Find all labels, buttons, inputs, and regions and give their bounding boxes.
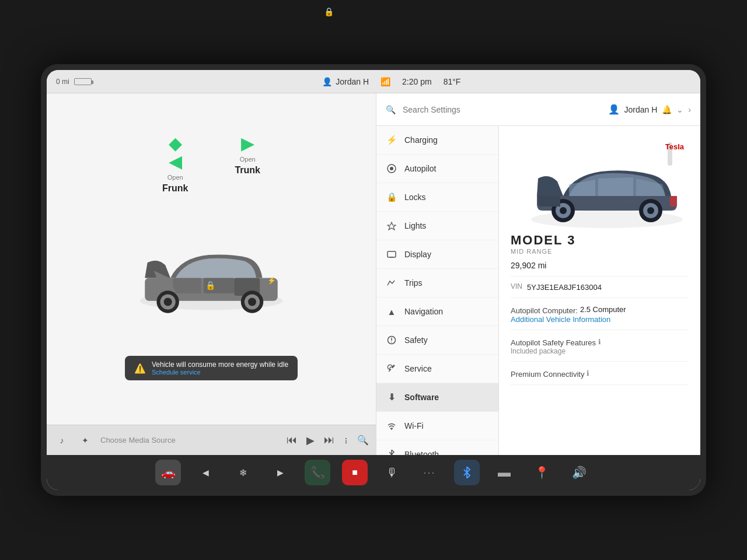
charging-label: Charging xyxy=(404,135,438,145)
alert-text-container: Vehicle will consume more energy while i… xyxy=(152,360,288,376)
taskbar-temp-center-button[interactable]: ❄ xyxy=(230,460,256,485)
trunk-open-label: Open xyxy=(240,156,256,163)
status-temp: 81°F xyxy=(444,77,461,86)
svg-text:⚡: ⚡ xyxy=(267,276,277,285)
play-button[interactable]: ▶ xyxy=(306,434,315,447)
car-visualization: 🔒 ⚡ xyxy=(130,217,293,334)
chevron-down-icon[interactable]: ⌄ xyxy=(676,105,683,114)
prev-track-button[interactable]: ⏮ xyxy=(287,434,297,446)
star-icon: ✦ xyxy=(77,432,93,449)
taskbar-more-button[interactable]: ··· xyxy=(417,460,442,485)
status-center: 👤 Jordan H 📶 2:20 pm 81°F xyxy=(92,76,691,87)
trunk-name-label: Trunk xyxy=(235,165,260,176)
trips-label: Trips xyxy=(404,278,423,288)
service-icon xyxy=(386,363,397,374)
taskbar-bluetooth-button[interactable] xyxy=(454,460,480,485)
menu-item-locks[interactable]: 🔒 Locks xyxy=(376,183,498,212)
wifi-label: Wi-Fi xyxy=(404,421,424,430)
status-time: 2:20 pm xyxy=(402,77,432,86)
frunk-arrow-icon: ◆ xyxy=(169,133,182,153)
taskbar-voice-button[interactable]: 🎙 xyxy=(379,460,405,485)
menu-item-autopilot[interactable]: Autopilot xyxy=(376,155,498,183)
user-header-info: 👤 Jordan H 🔔 ⌄ › xyxy=(608,104,691,115)
chevron-right-icon[interactable]: › xyxy=(688,105,691,114)
next-track-button[interactable]: ⏭ xyxy=(324,434,334,446)
search-media-button[interactable]: 🔍 xyxy=(357,435,369,446)
premium-connectivity-help-icon[interactable]: ℹ xyxy=(587,369,589,377)
menu-item-trips[interactable]: Trips xyxy=(376,269,498,298)
lights-label: Lights xyxy=(404,221,426,230)
service-label: Service xyxy=(404,364,432,373)
trunk-controls: ◆ ◀ Open Frunk ▶ Open Trunk xyxy=(162,133,260,194)
taskbar-temp-left-button[interactable]: ◀ xyxy=(193,460,218,485)
taskbar: 🚗 ◀ ❄ ▶ 📞 ■ 🎙 ··· ▬ 📍 🔊 xyxy=(47,455,700,490)
locks-icon: 🔒 xyxy=(386,191,397,203)
mileage-row: 29,902 mi xyxy=(511,255,689,276)
menu-item-service[interactable]: Service xyxy=(376,355,498,383)
svg-rect-15 xyxy=(388,251,396,257)
menu-item-software[interactable]: ⬇ Software xyxy=(376,383,498,412)
screen-inner: 0 mi 🔒 👤 Jordan H 📶 2:20 pm 81°F xyxy=(47,70,700,490)
taskbar-card-button[interactable]: ▬ xyxy=(491,460,517,485)
navigation-label: Navigation xyxy=(404,307,443,316)
display-icon xyxy=(386,249,397,260)
car-control-area: ◆ ◀ Open Frunk ▶ Open Trunk xyxy=(47,93,376,425)
media-source-label[interactable]: Choose Media Source xyxy=(100,436,280,444)
menu-item-bluetooth[interactable]: Bluetooth xyxy=(376,440,498,455)
menu-item-navigation[interactable]: ▲ Navigation xyxy=(376,298,498,326)
media-bar: ♪ ✦ Choose Media Source ⏮ ▶ ⏭ ⫶ 🔍 xyxy=(47,425,376,455)
media-controls: ⏮ ▶ ⏭ ⫶ 🔍 xyxy=(287,434,369,447)
alert-banner: ⚠️ Vehicle will consume more energy whil… xyxy=(125,356,298,380)
safety-icon xyxy=(386,334,397,346)
svg-point-19 xyxy=(391,342,392,343)
svg-text:🔒: 🔒 xyxy=(205,281,216,290)
vin-value: 5YJ3E1EA8JF163004 xyxy=(527,283,602,292)
queue-icon: ⫶ xyxy=(344,436,348,445)
left-panel: ◆ ◀ Open Frunk ▶ Open Trunk xyxy=(47,93,376,455)
autopilot-safety-help-icon[interactable]: ℹ xyxy=(598,338,601,346)
menu-item-wifi[interactable]: Wi-Fi xyxy=(376,412,498,440)
frunk-open-label: Open xyxy=(167,174,183,181)
additional-info-link[interactable]: Additional Vehicle Information xyxy=(511,315,689,324)
right-panel: 🔍 👤 Jordan H 🔔 ⌄ › xyxy=(376,93,700,455)
frunk-button[interactable]: ◆ ◀ Open Frunk xyxy=(162,133,188,194)
navigation-icon: ▲ xyxy=(386,306,397,317)
safety-label: Safety xyxy=(404,335,428,345)
taskbar-car-button[interactable]: 🚗 xyxy=(155,460,181,485)
notification-icon[interactable]: 🔔 xyxy=(662,105,672,114)
svg-point-27 xyxy=(647,207,654,214)
menu-item-display[interactable]: Display xyxy=(376,240,498,269)
wifi-icon xyxy=(386,420,397,432)
main-content: ◆ ◀ Open Frunk ▶ Open Trunk xyxy=(47,93,700,455)
schedule-service-link[interactable]: Schedule service xyxy=(152,369,288,376)
vehicle-image xyxy=(525,138,689,228)
svg-point-13 xyxy=(390,167,393,170)
search-input[interactable] xyxy=(403,105,601,114)
model-variant: MID RANGE xyxy=(511,248,689,255)
premium-connectivity-row: Premium Connectivity ℹ xyxy=(511,362,689,385)
vehicle-info-panel: Tesla MODEL 3 MID RANGE 29,902 mi xyxy=(499,126,700,455)
taskbar-volume-button[interactable]: 🔊 xyxy=(566,460,592,485)
menu-item-lights[interactable]: Lights xyxy=(376,212,498,240)
menu-item-charging[interactable]: ⚡ Charging xyxy=(376,126,498,155)
autopilot-safety-label: Autopilot Safety Features xyxy=(511,338,596,347)
settings-body: ⚡ Charging Autopilot 🔒 xyxy=(376,126,700,455)
tesla-logo: Tesla xyxy=(665,142,684,151)
taskbar-radio-button[interactable]: ■ xyxy=(342,460,368,485)
locks-label: Locks xyxy=(404,192,426,202)
trunk-button[interactable]: ▶ Open Trunk xyxy=(235,133,260,176)
trunk-right-arrow: ▶ xyxy=(241,133,254,153)
status-left: 0 mi xyxy=(56,78,92,86)
autopilot-safety-value: Included package xyxy=(511,347,689,355)
user-avatar-icon: 👤 xyxy=(608,104,620,115)
menu-item-safety[interactable]: Safety xyxy=(376,326,498,355)
signal-icon: 📶 xyxy=(381,77,390,86)
status-bar: 0 mi 🔒 👤 Jordan H 📶 2:20 pm 81°F xyxy=(47,70,700,93)
search-icon: 🔍 xyxy=(386,105,396,114)
taskbar-phone-button[interactable]: 📞 xyxy=(305,460,330,485)
taskbar-location-button[interactable]: 📍 xyxy=(529,460,554,485)
svg-point-24 xyxy=(560,207,567,214)
taskbar-temp-right-button[interactable]: ▶ xyxy=(267,460,293,485)
alert-icon: ⚠️ xyxy=(134,363,146,374)
model-name: MODEL 3 xyxy=(511,233,689,248)
